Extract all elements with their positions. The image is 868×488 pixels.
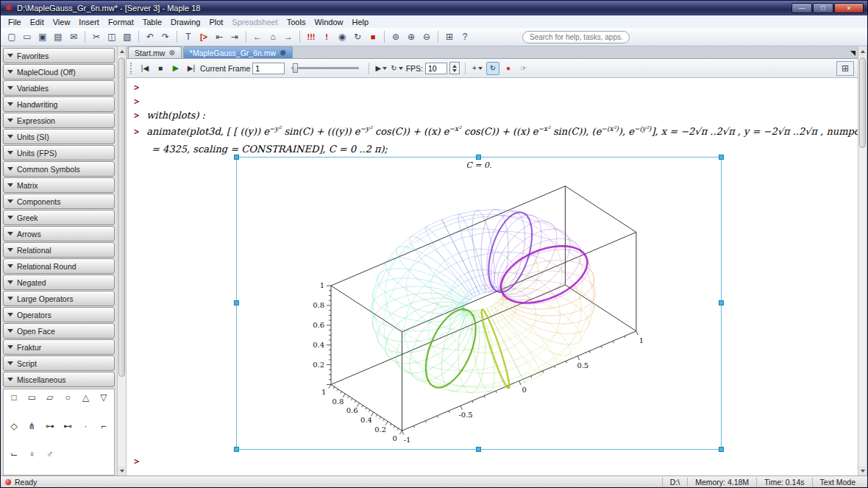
palette-section-components[interactable]: Components bbox=[3, 194, 115, 209]
menu-help[interactable]: Help bbox=[348, 17, 374, 27]
palette-section-negated[interactable]: Negated bbox=[3, 275, 115, 290]
palette-section-common-symbols[interactable]: Common Symbols bbox=[3, 161, 115, 177]
undo-button[interactable]: ↶ bbox=[143, 29, 157, 44]
outdent-button[interactable]: ⇤ bbox=[212, 29, 227, 44]
insert-text-button[interactable]: T bbox=[181, 29, 196, 44]
plot3d-torus-figure[interactable]: -1-0.500.5110.80.60.40.200.20.40.60.81C … bbox=[237, 158, 721, 449]
palette-section-units-si[interactable]: Units (SI) bbox=[3, 129, 115, 144]
menu-insert[interactable]: Insert bbox=[74, 17, 104, 27]
zoom-reset-button[interactable]: ⊚ bbox=[388, 29, 403, 44]
palette-symbol[interactable]: ⊶ bbox=[41, 421, 59, 444]
animate-expression-line2[interactable]: = 4325, scaling = CONSTRAINED], C = 0 ..… bbox=[152, 144, 388, 155]
palette-section-relational-round[interactable]: Relational Round bbox=[3, 258, 115, 274]
palette-section-miscellaneous[interactable]: Miscellaneous bbox=[3, 372, 115, 387]
menu-drawing[interactable]: Drawing bbox=[166, 17, 204, 27]
cut-button[interactable]: ✂ bbox=[89, 29, 104, 44]
scrollbar-thumb[interactable] bbox=[859, 57, 866, 148]
copy-button[interactable]: ◫ bbox=[104, 29, 119, 44]
close-icon[interactable]: ⊗ bbox=[168, 49, 174, 57]
interrupt-button[interactable]: ■ bbox=[366, 29, 380, 44]
save-button[interactable]: ▣ bbox=[35, 29, 50, 44]
scroll-up-icon[interactable] bbox=[118, 46, 126, 56]
go-to-start-button[interactable]: |◀ bbox=[138, 62, 152, 75]
palette-symbol[interactable]: △ bbox=[77, 392, 94, 415]
paste-button[interactable]: ▧ bbox=[120, 29, 135, 44]
probe-tool-button[interactable]: + bbox=[471, 62, 484, 75]
print-button[interactable]: ▤ bbox=[51, 29, 65, 44]
animate-expression-line1[interactable]: animate(plot3d, [ [ ((y)) e−y² sin(C) + … bbox=[146, 125, 858, 137]
help-search-input[interactable] bbox=[522, 31, 630, 43]
palette-section-variables[interactable]: Variables bbox=[3, 80, 115, 96]
palette-symbol[interactable]: ⌙ bbox=[5, 449, 23, 472]
menu-format[interactable]: Format bbox=[104, 17, 138, 27]
palette-section-expression[interactable]: Expression bbox=[3, 113, 115, 128]
menu-file[interactable]: File bbox=[4, 17, 26, 27]
minimize-button[interactable]: — bbox=[791, 3, 812, 13]
plot-selection-frame[interactable]: -1-0.500.5110.80.60.40.200.20.40.60.81C … bbox=[236, 157, 722, 450]
menu-edit[interactable]: Edit bbox=[26, 17, 49, 27]
new-document-button[interactable]: ▢ bbox=[4, 29, 19, 44]
tab-start-mw[interactable]: Start.mw ⊗ bbox=[128, 46, 182, 58]
redo-button[interactable]: ↷ bbox=[158, 29, 173, 44]
home-button[interactable]: ⌂ bbox=[266, 29, 280, 44]
palette-symbol[interactable]: ♂ bbox=[41, 449, 59, 472]
palette-section-large-operators[interactable]: Large Operators bbox=[3, 291, 115, 306]
back-button[interactable]: ← bbox=[250, 29, 265, 44]
palette-section-greek[interactable]: Greek bbox=[3, 210, 115, 225]
palette-symbol[interactable]: ▱ bbox=[41, 392, 59, 415]
scroll-down-icon[interactable] bbox=[118, 466, 126, 475]
palette-section-handwriting[interactable]: Handwriting bbox=[3, 96, 115, 112]
palette-scrollbar[interactable] bbox=[117, 46, 127, 475]
restart-kernel-button[interactable]: ↻ bbox=[350, 29, 365, 44]
status-mode[interactable]: Text Mode bbox=[812, 478, 863, 487]
selection-handle[interactable] bbox=[719, 155, 724, 160]
fps-input[interactable] bbox=[425, 63, 447, 74]
execute-button[interactable]: ! bbox=[319, 29, 334, 44]
selection-handle[interactable] bbox=[719, 300, 724, 305]
palette-symbol[interactable]: ♀ bbox=[23, 449, 40, 472]
table-grid-button[interactable]: ⊞ bbox=[442, 29, 457, 44]
palette-symbol[interactable]: ▽ bbox=[95, 392, 113, 415]
selection-handle[interactable] bbox=[234, 155, 239, 160]
selection-handle[interactable] bbox=[476, 447, 481, 452]
selection-handle[interactable] bbox=[234, 300, 239, 305]
decrement-icon[interactable] bbox=[452, 69, 457, 72]
palette-symbol[interactable]: ⊷ bbox=[59, 421, 77, 444]
palette-symbol[interactable]: ⌐ bbox=[95, 421, 113, 444]
close-button[interactable]: × bbox=[834, 3, 864, 13]
frame-slider[interactable] bbox=[291, 67, 359, 69]
menu-plot[interactable]: Plot bbox=[204, 17, 227, 27]
zoom-in-button[interactable]: ⊕ bbox=[404, 29, 419, 44]
palette-symbol[interactable]: ∙ bbox=[77, 421, 94, 444]
tab-overflow-icon[interactable] bbox=[850, 51, 855, 56]
selection-handle[interactable] bbox=[234, 447, 239, 452]
palette-section-relational[interactable]: Relational bbox=[3, 242, 115, 258]
scale-tool-button[interactable]: ● bbox=[502, 62, 515, 75]
tab-maplegauss[interactable]: *MapleGauss_Gr_6n.mw ⊗ bbox=[183, 46, 293, 58]
open-file-button[interactable]: ▭ bbox=[20, 29, 35, 44]
menu-table[interactable]: Table bbox=[138, 17, 166, 27]
menu-window[interactable]: Window bbox=[310, 17, 347, 27]
selection-handle[interactable] bbox=[719, 447, 724, 452]
mail-button[interactable]: ✉ bbox=[66, 29, 81, 44]
execute-all-button[interactable]: !!! bbox=[304, 29, 319, 44]
palette-section-units-fps[interactable]: Units (FPS) bbox=[3, 145, 115, 160]
menu-view[interactable]: View bbox=[49, 17, 75, 27]
palette-section-fraktur[interactable]: Fraktur bbox=[3, 339, 115, 355]
frame-slider-thumb[interactable] bbox=[293, 63, 298, 73]
close-icon[interactable]: ⊗ bbox=[280, 49, 285, 57]
loop-mode-button[interactable]: ↻ bbox=[390, 62, 403, 75]
maximize-button[interactable]: □ bbox=[813, 3, 833, 13]
palette-section-maplecloud[interactable]: MapleCloud (Off) bbox=[3, 64, 115, 79]
worksheet[interactable]: > > > with(plots) : > animate(plot3d, [ … bbox=[127, 78, 858, 475]
current-frame-input[interactable] bbox=[252, 63, 285, 74]
selection-handle[interactable] bbox=[476, 155, 481, 160]
menu-tools[interactable]: Tools bbox=[282, 17, 310, 27]
forward-button[interactable]: → bbox=[281, 29, 296, 44]
help-button[interactable]: ? bbox=[458, 29, 472, 44]
scroll-up-icon[interactable] bbox=[858, 46, 867, 56]
palette-symbol[interactable]: ◇ bbox=[5, 421, 23, 444]
palette-section-favorites[interactable]: Favorites bbox=[3, 48, 115, 63]
increment-icon[interactable] bbox=[452, 65, 457, 68]
palette-section-open-face[interactable]: Open Face bbox=[3, 323, 115, 339]
